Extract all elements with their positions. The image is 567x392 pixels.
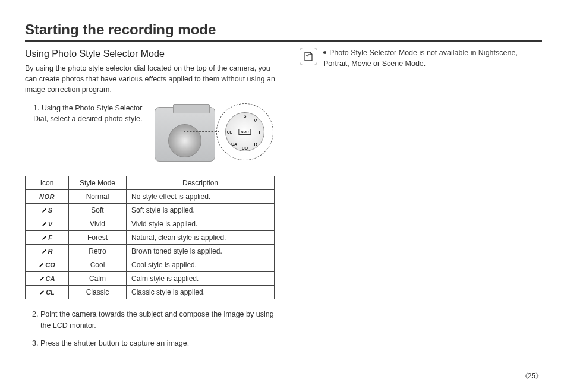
step-3-text: Press the shutter button to capture an i… xyxy=(40,338,281,349)
style-mode-name: Retro xyxy=(69,245,127,258)
style-mode-name: Classic xyxy=(69,286,127,299)
table-row: NORNormalNo style effect is applied. xyxy=(26,190,275,204)
note-text: Photo Style Selector Mode is not availab… xyxy=(323,48,542,69)
style-description: Classic style is applied. xyxy=(127,286,275,299)
bullet-icon xyxy=(323,51,326,54)
style-description: Vivid style is applied. xyxy=(127,217,275,231)
style-mode-name: Calm xyxy=(69,272,127,286)
style-description: Calm style is applied. xyxy=(127,272,275,286)
style-mode-name: Cool xyxy=(69,258,127,272)
camera-dial-illustration: NOR S V F R CO CA CL xyxy=(155,103,273,169)
table-row: FForestNatural, clean style is applied. xyxy=(26,231,275,245)
step-1-text: 1. Using the Photo Style Selector Dial, … xyxy=(25,103,146,124)
style-icon: R xyxy=(26,245,69,258)
section-subtitle: Using Photo Style Selector Mode xyxy=(25,49,281,59)
style-icon: NOR xyxy=(26,190,69,204)
table-row: COCoolCool style is applied. xyxy=(26,258,275,272)
table-row: SSoftSoft style is applied. xyxy=(26,204,275,217)
style-description: Natural, clean style is applied. xyxy=(127,231,275,245)
style-icon: CA xyxy=(26,272,69,286)
style-icon: CL xyxy=(26,286,69,299)
page-number: 《25》 xyxy=(521,371,542,381)
table-row: CLClassicClassic style is applied. xyxy=(26,286,275,299)
th-mode: Style Mode xyxy=(69,176,127,190)
style-mode-name: Forest xyxy=(69,231,127,245)
style-mode-name: Normal xyxy=(69,190,127,204)
dial-center-label: NOR xyxy=(238,129,251,135)
style-icon: S xyxy=(26,204,69,217)
style-icon: CO xyxy=(26,258,69,272)
table-header-row: Icon Style Mode Description xyxy=(26,176,275,190)
note-memo-icon xyxy=(300,48,317,65)
th-desc: Description xyxy=(127,176,275,190)
page-title: Starting the recording mode xyxy=(25,21,542,42)
style-mode-name: Soft xyxy=(69,204,127,217)
style-description: Brown toned style is applied. xyxy=(127,245,275,258)
style-icon: F xyxy=(26,231,69,245)
style-description: No style effect is applied. xyxy=(127,190,275,204)
step-2-text: Point the camera towards the subject and… xyxy=(40,309,281,330)
table-row: VVividVivid style is applied. xyxy=(26,217,275,231)
intro-text: By using the photo style selector dial l… xyxy=(25,63,281,95)
style-icon: V xyxy=(26,217,69,231)
style-description: Soft style is applied. xyxy=(127,204,275,217)
style-mode-name: Vivid xyxy=(69,217,127,231)
table-row: CACalmCalm style is applied. xyxy=(26,272,275,286)
table-row: RRetroBrown toned style is applied. xyxy=(26,245,275,258)
style-description: Cool style is applied. xyxy=(127,258,275,272)
th-icon: Icon xyxy=(26,176,69,190)
style-mode-table: Icon Style Mode Description NORNormalNo … xyxy=(25,176,275,299)
